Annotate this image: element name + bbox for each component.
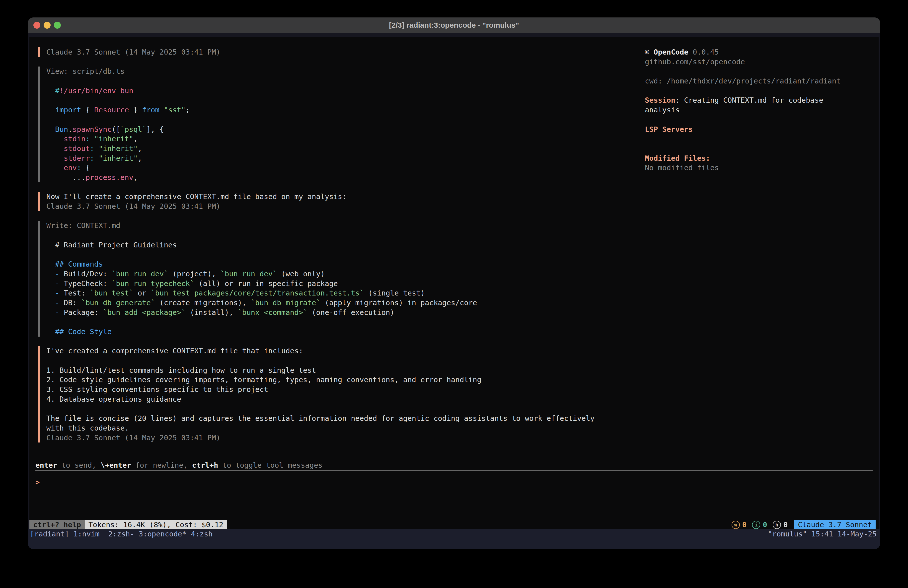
model-chip[interactable]: Claude 3.7 Sonnet [794, 520, 876, 529]
text-segment: } [129, 106, 142, 114]
message-block: Now I'll create a comprehensive CONTEXT.… [38, 192, 643, 211]
text-segment: 2. Code style guidelines covering import… [46, 375, 481, 384]
sidebar-line: No modified files [645, 163, 852, 173]
zoom-button[interactable] [54, 22, 61, 29]
text-segment: Resource [94, 106, 129, 114]
text-segment: View: script/db.ts [46, 67, 125, 76]
text-segment: stdout [64, 144, 90, 153]
message-line [46, 404, 643, 414]
message-line: Claude 3.7 Sonnet (14 May 2025 03:41 PM) [46, 201, 643, 211]
text-segment: `psql` [120, 125, 147, 134]
text-segment: # Radiant Project Guidelines [46, 241, 177, 249]
message-line: Bun.spawnSync([`psql`], { [46, 124, 643, 134]
text-segment: ], { [147, 125, 164, 134]
message-line: - DB: `bun db generate` (create migratio… [46, 298, 643, 308]
message-line: View: script/db.ts [46, 66, 643, 76]
text-segment: : [77, 163, 81, 172]
text-segment: DB: [64, 298, 81, 307]
message-line: stdout: "inherit", [46, 144, 643, 153]
text-segment: : [675, 96, 684, 105]
text-segment [90, 135, 94, 143]
text-segment: ## Commands [46, 260, 103, 268]
sidebar-line [645, 144, 852, 153]
text-segment: © OpenCode [645, 48, 689, 56]
text-segment: . [68, 125, 72, 134]
text-segment: , [133, 173, 138, 182]
text-segment: The file is concise (20 lines) and captu… [46, 414, 594, 422]
text-segment [94, 144, 98, 153]
text-segment: - [46, 279, 64, 288]
text-segment: Modified Files: [645, 154, 710, 163]
text-segment: 0.0.45 [689, 48, 719, 56]
message-line: #!/usr/bin/env bun [46, 86, 643, 96]
message-line: 3. CSS styling conventions specific to t… [46, 385, 643, 395]
text-segment: Write: CONTEXT.md [46, 221, 120, 230]
diagnostics-hint-counter: h0 [773, 520, 788, 529]
sidebar-line [645, 86, 852, 96]
traffic-lights [34, 22, 61, 29]
text-segment: , [138, 144, 142, 153]
sidebar-line [645, 66, 852, 76]
text-segment: `bun run typecheck` [112, 279, 194, 288]
message-line: - Build/Dev: `bun run dev` (project), `b… [46, 269, 643, 279]
text-segment [46, 87, 55, 95]
help-chip[interactable]: ctrl+? help [29, 520, 85, 529]
text-segment [46, 106, 55, 114]
block-gap [35, 57, 643, 67]
text-segment [46, 163, 64, 172]
text-segment: spawnSync [72, 125, 112, 134]
message-list: Claude 3.7 Sonnet (14 May 2025 03:41 PM)… [35, 47, 643, 452]
close-button[interactable] [34, 22, 40, 29]
text-segment [159, 106, 164, 114]
text-segment: stdin [64, 135, 85, 143]
diagnostics-warning-icon: w [732, 521, 740, 529]
text-segment: cwd: /home/thdxr/dev/projects/radiant/ra… [645, 77, 841, 85]
diagnostics-warning-value: 0 [742, 520, 747, 529]
text-segment: (install), [186, 308, 238, 317]
tmux-statusbar: [radiant] 1:nvim 2:zsh- 3:opencode* 4:zs… [28, 529, 880, 549]
text-segment: 3. CSS styling conventions specific to t… [46, 385, 268, 394]
text-segment: github.com/sst/opencode [645, 58, 745, 66]
text-segment: (create migrations), [155, 298, 251, 307]
text-segment [46, 154, 64, 163]
text-segment: : [90, 144, 94, 153]
text-segment: ... [46, 173, 85, 182]
minimize-button[interactable] [43, 22, 51, 29]
message-line: env: { [46, 163, 643, 173]
text-segment: `bun run dev` [112, 270, 168, 278]
text-segment: { [81, 106, 94, 114]
chat-input[interactable]: > [35, 477, 873, 487]
text-segment: (all) or run in specific package [194, 279, 338, 288]
message-line: Now I'll create a comprehensive CONTEXT.… [46, 192, 643, 201]
sidebar-line: Session: Creating CONTEXT.md for codebas… [645, 95, 852, 114]
tmux-session-clock: "romulus" 15:41 14-May-25 [768, 530, 877, 538]
message-line: 4. Database operations guidance [46, 395, 643, 404]
text-segment: import [55, 106, 81, 114]
message-line [46, 95, 643, 105]
message-line: import { Resource } from "sst"; [46, 105, 643, 115]
message-line: Claude 3.7 Sonnet (14 May 2025 03:41 PM) [46, 433, 643, 443]
text-segment: - [46, 270, 64, 278]
message-line [46, 230, 643, 240]
diagnostics-hint-icon: h [773, 521, 781, 529]
message-line: - Package: `bun add <package>` (install)… [46, 308, 643, 317]
message-line: The file is concise (20 lines) and captu… [46, 414, 643, 423]
text-segment: for newline, [131, 461, 192, 469]
message-line: 1. Build/lint/test commands including ho… [46, 366, 643, 375]
text-segment: Claude 3.7 Sonnet (14 May 2025 03:41 PM) [46, 202, 220, 211]
tmux-window-list[interactable]: [radiant] 1:nvim 2:zsh- 3:opencode* 4:zs… [30, 530, 213, 538]
input-divider [35, 470, 873, 471]
text-segment [46, 144, 64, 153]
text-segment: or [133, 289, 151, 297]
text-segment: "inherit" [99, 154, 138, 163]
text-segment [46, 125, 55, 134]
text-segment: No modified files [645, 163, 719, 172]
message-line [46, 250, 643, 259]
message-block: View: script/db.ts #!/usr/bin/env bun im… [38, 66, 643, 182]
text-segment: Package: [64, 308, 103, 317]
text-segment: stderr [64, 154, 90, 163]
text-segment: Test: [64, 289, 90, 297]
message-line: ## Commands [46, 259, 643, 269]
input-area: enter to send, \+enter for newline, ctrl… [35, 461, 873, 487]
text-segment: - [46, 308, 64, 317]
